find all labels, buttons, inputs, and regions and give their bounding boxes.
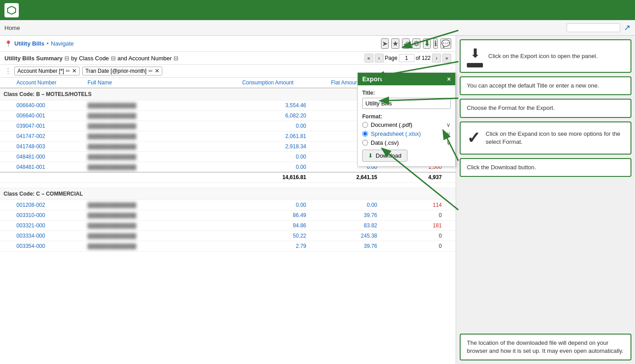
subtotal-flat: 2,641.15 <box>310 172 381 183</box>
tooltip4-text: Click on the Expand icon to see more opt… <box>486 130 624 146</box>
row-account: 006640-001 <box>13 111 84 121</box>
check-icon[interactable]: ✓ <box>402 38 410 49</box>
row-name: ██████████████ <box>84 152 226 162</box>
row-name: ██████████████ <box>84 142 226 152</box>
row-account: 048481-000 <box>13 152 84 162</box>
format-option-pdf: Document (.pdf) ∨ <box>362 121 451 128</box>
format-radio-csv[interactable] <box>362 140 368 146</box>
format-radio-xlsx[interactable] <box>362 131 368 137</box>
row-drag <box>0 241 13 251</box>
filter-edit-icon[interactable]: ✏ <box>66 68 70 74</box>
location-icon: 📍 <box>4 40 12 47</box>
export-panel-header: Export × <box>358 73 455 85</box>
tooltip-download-icon-visual: ⬇ <box>467 45 483 67</box>
table-row[interactable]: 003334-000 ██████████████ 50.22 245.38 0 <box>0 231 456 241</box>
format-radio-pdf[interactable] <box>362 122 368 128</box>
download-btn[interactable]: ⬇ Download <box>362 150 407 162</box>
table-row[interactable]: 001208-002 ██████████████ 0.00 0.00 114 <box>0 200 456 210</box>
filter-remove-icon[interactable]: ✕ <box>72 68 76 74</box>
row-account: 039047-001 <box>13 121 84 131</box>
row-flat: 0.00 <box>310 200 381 210</box>
row-spacer <box>445 200 456 210</box>
page-input[interactable] <box>399 54 415 62</box>
row-payment: 0 <box>381 231 445 241</box>
spacer-row <box>0 183 456 188</box>
col-consumption-header: Consumption Amount <box>226 78 310 88</box>
breadcrumb-link1[interactable]: Utility Bills <box>14 40 44 47</box>
filter-edit-date-icon[interactable]: ✏ <box>148 68 153 74</box>
export-format-label: Format: <box>362 113 451 120</box>
report-toolbar: Utility Bills Summary ⊟ by Class Code ⊟ … <box>0 52 456 65</box>
row-drag <box>0 162 13 172</box>
row-drag <box>0 221 13 231</box>
table-row[interactable]: 003321-000 ██████████████ 94.86 83.82 18… <box>0 221 456 231</box>
tooltip-file-location: The location of the downloaded file will… <box>460 334 631 360</box>
row-drag <box>0 210 13 221</box>
filter-remove-date-icon[interactable]: ✕ <box>155 68 159 74</box>
navigate-icon[interactable]: ➤ <box>381 38 389 49</box>
row-spacer <box>445 210 456 221</box>
row-name: ██████████████ <box>84 241 226 251</box>
format-label-xlsx: Spreadsheet (.xlsx) <box>371 130 421 137</box>
subtotal-label <box>13 172 226 183</box>
filter-tag-date-label: Tran Date [@prior-month] <box>85 68 146 74</box>
toolbar-minus2: ⊟ <box>111 55 116 62</box>
prev-page-btn[interactable]: ‹ <box>375 54 384 63</box>
filter-drag-handle: ⋮ <box>4 67 12 75</box>
last-page-btn[interactable]: » <box>442 54 451 63</box>
table-row[interactable]: 003310-000 ██████████████ 86.49 39.76 0 <box>0 210 456 221</box>
nav-external-link[interactable]: ↗ <box>624 23 631 33</box>
row-consumption: 86.49 <box>226 210 310 221</box>
row-consumption: 94.86 <box>226 221 310 231</box>
toolbar-minus3: ⊟ <box>174 55 178 62</box>
export-icon[interactable]: ⬇ <box>423 38 431 49</box>
top-bar <box>0 0 635 20</box>
settings-icon[interactable]: ⚙ <box>412 38 420 49</box>
download-label: Download <box>376 152 402 159</box>
info-icon[interactable]: ℹ <box>433 38 438 49</box>
tooltip-format: Choose the Format for the Export. <box>460 99 631 117</box>
row-drag <box>0 231 13 241</box>
first-page-btn[interactable]: « <box>364 54 373 63</box>
row-consumption: 6,082.20 <box>226 111 310 121</box>
nav-search-input[interactable] <box>567 23 620 32</box>
row-flat: 39.76 <box>310 210 381 221</box>
row-account: 001208-002 <box>13 200 84 210</box>
star-icon[interactable]: ★ <box>391 38 399 49</box>
subtotal-drag <box>0 172 13 183</box>
row-drag <box>0 121 13 131</box>
expand-pdf-icon[interactable]: ∨ <box>446 121 451 128</box>
row-flat: 245.38 <box>310 231 381 241</box>
right-panel: ⬇ Click on the Export icon to open the p… <box>456 36 635 364</box>
tooltip5-text: Click the Download button. <box>467 164 536 171</box>
row-consumption: 3,554.46 <box>226 100 310 111</box>
page-label: Page <box>385 55 398 61</box>
table-row[interactable]: 003354-000 ██████████████ 2.79 39.76 0 <box>0 241 456 251</box>
page-nav: « ‹ Page of 122 › » <box>364 54 451 63</box>
row-name: ██████████████ <box>84 131 226 142</box>
toolbar-and: and Account Number <box>118 55 172 62</box>
tooltip3-text: Choose the Format for the Export. <box>467 105 555 111</box>
filter-tag-date: Tran Date [@prior-month] ✏ ✕ <box>82 67 162 75</box>
row-account: 041747-002 <box>13 131 84 142</box>
tooltip-expand: ✓ Click on the Expand icon to see more o… <box>460 121 631 155</box>
tooltip-icon-arrow: ⬇ <box>470 45 480 62</box>
row-account: 041748-003 <box>13 142 84 152</box>
row-consumption: 2,061.81 <box>226 131 310 142</box>
home-link[interactable]: Home <box>4 25 20 31</box>
row-consumption: 2,918.34 <box>226 142 310 152</box>
report-title: Utility Bills Summary <box>4 55 63 62</box>
row-account: 006640-000 <box>13 100 84 111</box>
row-consumption: 50.22 <box>226 231 310 241</box>
chat-icon[interactable]: 💬 <box>440 38 451 49</box>
next-page-btn[interactable]: › <box>432 54 441 63</box>
breadcrumb-link2[interactable]: Navigate <box>51 40 74 47</box>
export-title-input[interactable] <box>362 98 451 109</box>
expand-xlsx-icon[interactable]: ∨ <box>446 130 451 137</box>
subtotal-consumption: 14,616.81 <box>226 172 310 183</box>
expand-csv-icon[interactable]: ∨ <box>446 139 451 146</box>
row-name: ██████████████ <box>84 162 226 172</box>
row-account: 003354-000 <box>13 241 84 251</box>
export-close-btn[interactable]: × <box>447 75 451 83</box>
row-account: 048481-001 <box>13 162 84 172</box>
